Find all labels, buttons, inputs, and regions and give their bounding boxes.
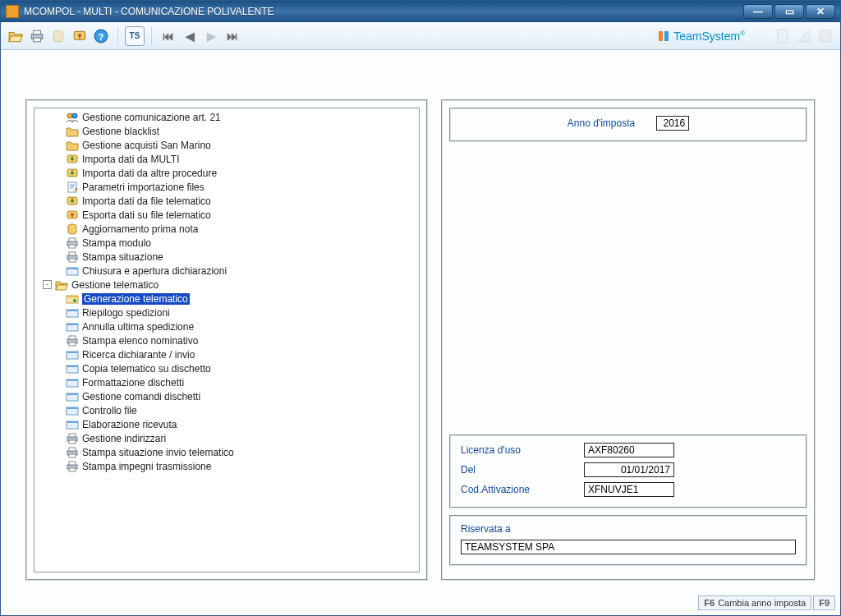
brand-logo: TeamSystem®: [657, 30, 745, 43]
card-icon: [66, 307, 79, 319]
tree-node[interactable]: Riepilogo spedizioni: [36, 306, 417, 319]
printer-icon: [66, 237, 79, 249]
tree-item-label: Annulla ultima spedizione: [82, 321, 194, 333]
tree-node[interactable]: Stampa modulo: [36, 236, 417, 250]
tree-item-label: Gestione comandi dischetti: [82, 391, 200, 402]
detail-panel: Anno d'imposta Licenza d'uso Del Cod.Att…: [441, 99, 816, 581]
content-area: Gestione comunicazione art. 21Gestione b…: [1, 50, 840, 615]
tree-item-label: Gestione acquisti San Marino: [82, 140, 211, 151]
year-input[interactable]: [656, 116, 689, 131]
export-button[interactable]: [70, 26, 90, 46]
tree-node[interactable]: Chiusura e apertura dichiarazioni: [36, 264, 417, 278]
date-input[interactable]: [584, 462, 674, 477]
license-input[interactable]: [584, 443, 674, 457]
tree-item-label: Gestione indirizzari: [82, 433, 166, 444]
reserved-input[interactable]: [461, 540, 796, 554]
tree-node[interactable]: Formattazione dischetti: [36, 375, 417, 389]
printer-icon: [66, 433, 79, 444]
tree-node[interactable]: Gestione acquisti San Marino: [36, 138, 417, 152]
reserved-group: Riservata a: [449, 515, 807, 566]
minimize-button[interactable]: —: [743, 4, 773, 19]
printer-icon: [66, 447, 79, 458]
tree-node[interactable]: Stampa situazione invio telematico: [36, 445, 417, 459]
titlebar: MCOMPOL - MULTI - COMUNICAZIONE POLIVALE…: [1, 1, 840, 22]
activation-label: Cod.Attivazione: [461, 484, 584, 495]
tree-node[interactable]: Stampa elenco nominativo: [36, 333, 417, 347]
tree-item-label: Copia telematico su dischetto: [82, 363, 211, 375]
tree-node[interactable]: Ricerca dichiarante / invio: [36, 347, 417, 361]
doc-page-icon[interactable]: [773, 26, 793, 46]
import-icon: [66, 168, 79, 179]
card-sel-icon: [66, 293, 79, 305]
nav-prev-button[interactable]: ◀: [180, 26, 200, 46]
card-icon: [66, 405, 79, 416]
tree-item-label: Controllo file: [82, 405, 137, 416]
help-button[interactable]: [91, 26, 111, 46]
tree-item-label: Importa dati da MULTI: [82, 154, 180, 165]
tree-item-label: Formattazione dischetti: [82, 377, 184, 388]
tree-node[interactable]: Importa dati da file telematico: [36, 194, 417, 208]
tree-node[interactable]: Aggiornamento prima nota: [36, 222, 417, 236]
reserved-label: Riservata a: [461, 523, 796, 535]
tree-node[interactable]: Importa dati da altre procedure: [36, 166, 417, 180]
status-bar: F6 Cambia anno imposta F9: [698, 595, 835, 610]
tree-node[interactable]: Stampa situazione: [36, 250, 417, 264]
tree-item-label: Ricerca dichiarante / invio: [82, 349, 195, 361]
status-f6[interactable]: F6 Cambia anno imposta: [698, 595, 811, 610]
doc-curve-icon[interactable]: [794, 26, 814, 46]
print-button[interactable]: [27, 26, 47, 46]
doc-block-icon[interactable]: [816, 26, 835, 46]
tree-item-label: Aggiornamento prima nota: [82, 223, 198, 235]
tree-node[interactable]: Esporta dati su file telematico: [36, 208, 417, 222]
tree-node[interactable]: Gestione comunicazione art. 21: [36, 110, 417, 124]
tree-node[interactable]: Controllo file: [36, 403, 417, 417]
multi-button[interactable]: [48, 26, 68, 46]
tree-node[interactable]: Annulla ultima spedizione: [36, 319, 417, 333]
card-icon: [66, 321, 79, 333]
year-label: Anno d'imposta: [568, 117, 635, 129]
activation-input[interactable]: [584, 482, 674, 497]
note-icon: [66, 182, 79, 193]
printer-icon: [66, 461, 79, 472]
export-icon: [66, 209, 79, 221]
card-icon: [66, 265, 79, 277]
status-f9[interactable]: F9: [813, 595, 835, 610]
tree-item-label: Importa dati da altre procedure: [82, 168, 217, 179]
tree-item-label: Esporta dati su file telematico: [82, 209, 211, 221]
tree-node[interactable]: Gestione comandi dischetti: [36, 389, 417, 403]
nav-last-button[interactable]: ⏭: [223, 26, 242, 46]
tree-node[interactable]: Generazione telematico: [36, 292, 417, 306]
tree-item-label: Riepilogo spedizioni: [82, 307, 170, 319]
maximize-button[interactable]: ▭: [774, 4, 804, 19]
window-title: MCOMPOL - MULTI - COMUNICAZIONE POLIVALE…: [24, 6, 743, 17]
tree-node[interactable]: Elaborazione ricevuta: [36, 417, 417, 431]
date-label: Del: [461, 464, 584, 476]
ts-button[interactable]: TS: [125, 26, 145, 46]
toolbar: TS ⏮ ◀ ▶ ⏭ TeamSystem®: [1, 22, 840, 50]
tree-item-label: Elaborazione ricevuta: [82, 419, 177, 430]
tree-node[interactable]: Gestione indirizzari: [36, 431, 417, 445]
svg-rect-16: [820, 30, 831, 42]
tree-node[interactable]: Gestione blacklist: [36, 124, 417, 138]
tree-item-label: Stampa situazione: [82, 251, 163, 263]
nav-first-button[interactable]: ⏮: [159, 26, 178, 46]
card-icon: [66, 391, 79, 402]
tree-parent-node[interactable]: -Gestione telematico: [36, 278, 417, 292]
tree-node[interactable]: Copia telematico su dischetto: [36, 361, 417, 375]
printer-icon: [66, 251, 79, 263]
card-icon: [66, 363, 79, 375]
tree-node[interactable]: Importa dati da MULTI: [36, 152, 417, 166]
tree-scroll[interactable]: Gestione comunicazione art. 21Gestione b…: [34, 108, 419, 572]
card-icon: [66, 377, 79, 388]
nav-next-button[interactable]: ▶: [201, 26, 221, 46]
app-window: MCOMPOL - MULTI - COMUNICAZIONE POLIVALE…: [0, 0, 841, 616]
year-group: Anno d'imposta: [449, 108, 807, 142]
tree-expander[interactable]: -: [43, 280, 52, 289]
app-icon: [6, 5, 19, 18]
users-icon: [66, 112, 79, 123]
close-button[interactable]: ✕: [806, 4, 835, 19]
tree-node[interactable]: Parametri importazione files: [36, 180, 417, 194]
open-button[interactable]: [6, 26, 25, 46]
tree-node[interactable]: Stampa impegni trasmissione: [36, 459, 417, 473]
open-folder-icon: [55, 279, 68, 291]
